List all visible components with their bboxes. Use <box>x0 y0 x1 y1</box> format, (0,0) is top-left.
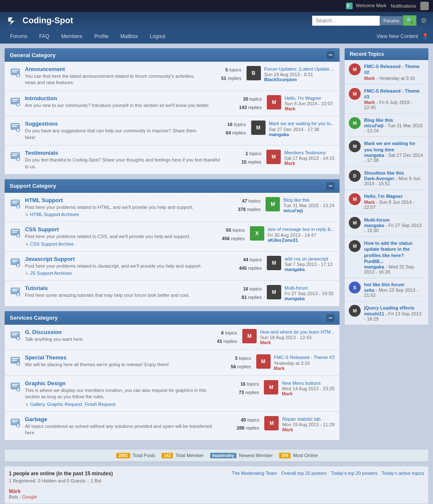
recent-topic-user[interactable]: mangaka <box>364 223 384 228</box>
last-post-title[interactable]: Hello, I'm Wagner <box>285 95 333 101</box>
top20-today-link[interactable]: Today's top 20 posters <box>331 471 378 476</box>
recent-topic-title[interactable]: How to add the status update feature in … <box>364 240 424 264</box>
forum-title[interactable]: Garbage <box>25 416 218 422</box>
last-post-info: FMC-S Released - Theme #2Yesterday at 3:… <box>274 354 334 370</box>
nav-mailbox[interactable]: Mailbox <box>115 29 144 44</box>
forum-sub-link[interactable]: HTML Support Archives <box>30 212 79 217</box>
last-post-title[interactable]: Multi-forum <box>285 285 334 291</box>
last-post-title[interactable]: New Menu buttons <box>282 380 334 386</box>
last-post-title[interactable]: Members Testimony <box>284 150 334 156</box>
forum-desc: Do you have any suggestions that can hel… <box>25 128 205 141</box>
last-post-user[interactable]: Mark <box>284 161 334 166</box>
view-new-content[interactable]: View New Content <box>377 33 419 39</box>
last-post-user[interactable]: Mark <box>260 340 334 345</box>
forum-sub-link[interactable]: Graphic Request <box>47 402 82 407</box>
last-post-title[interactable]: Repair statistic tab. <box>282 416 334 422</box>
last-post-avatar: M <box>251 121 266 135</box>
recent-topic-title[interactable]: FMC-S Released - Theme #3 <box>364 88 424 100</box>
recent-topic-title[interactable]: Shoutbox like this <box>364 170 424 176</box>
last-post-title[interactable]: How and where do you learn HTM... <box>260 329 334 335</box>
recent-topic-title[interactable]: Blog like this <box>364 117 424 123</box>
top20-overall-link[interactable]: Overall top 20 posters <box>281 471 327 476</box>
notifications-link[interactable]: Notifications <box>391 3 416 8</box>
recent-topic-user[interactable]: Mark <box>364 76 375 81</box>
recent-topic-user[interactable]: Dark-Avenger <box>364 176 395 181</box>
recent-topic-user[interactable]: mangaka <box>364 264 384 269</box>
last-post-user[interactable]: Mark <box>282 391 334 396</box>
forum-title[interactable]: Introduction <box>25 95 221 101</box>
forum-title[interactable]: HTML Support <box>25 197 219 203</box>
recent-topic-title[interactable]: Hello, I'm Wagner <box>364 193 424 199</box>
last-post-title[interactable]: Mark we are waiting for you lo... <box>269 121 334 126</box>
last-post-user[interactable]: Mark <box>274 366 334 371</box>
last-post-user[interactable]: mangaka <box>285 296 334 301</box>
recent-topic-avatar: M <box>349 140 361 152</box>
recent-topic-user[interactable]: mioshi11 <box>364 311 384 316</box>
recent-topic-title[interactable]: Mark we are waiting for you long time <box>364 140 424 153</box>
newest-member-badge[interactable]: mastersIvy <box>210 453 236 458</box>
forum-title[interactable]: Tutorials <box>25 285 221 291</box>
last-post-user[interactable]: BlackScorpion <box>264 77 334 82</box>
search-submit-button[interactable]: 🔍 <box>403 15 417 26</box>
last-post-title[interactable]: size of message box in reply &... <box>268 226 334 232</box>
recent-topic-title[interactable]: jQuery Loading effects <box>364 305 424 311</box>
forum-title[interactable]: Testimonials <box>25 150 220 156</box>
forum-sub-link[interactable]: CSS Support Archive <box>30 241 74 247</box>
nav-faq[interactable]: FAQ <box>33 29 55 44</box>
category-collapse[interactable]: − <box>326 182 334 190</box>
last-post-title[interactable]: add css on javascript <box>285 256 332 262</box>
last-post-user[interactable]: mangaka <box>269 132 334 137</box>
forum-sub-link[interactable]: Gallery <box>30 402 44 407</box>
forum-sub-link[interactable]: Finish Request <box>85 402 115 407</box>
forum-title[interactable]: Javascript Support <box>25 256 221 262</box>
forum-title[interactable]: Announcement <box>25 66 200 72</box>
nav-logout[interactable]: Logout <box>144 29 171 44</box>
last-post-info: Multi-forumFri 27 Sep 2013 - 19:30mangak… <box>285 285 334 301</box>
recent-topic-title[interactable]: hot like this forum <box>364 282 424 288</box>
logo-icon <box>6 16 19 26</box>
forum-title[interactable]: Graphic Design <box>25 380 218 386</box>
last-post-user[interactable]: Mark <box>282 427 334 432</box>
google-bot-link[interactable]: Google <box>22 494 37 499</box>
recent-topic-user[interactable]: mangaka <box>364 153 384 158</box>
last-post-user[interactable]: micul'wji <box>283 208 334 213</box>
last-post-title[interactable]: FMC-S Released - Theme #2 <box>274 354 334 360</box>
last-post-user[interactable]: Mark <box>285 106 333 111</box>
nav-profile[interactable]: Profile <box>88 29 115 44</box>
svg-rect-19 <box>12 153 19 154</box>
forum-title[interactable]: CSS Support <box>25 226 204 233</box>
settings-icon[interactable]: ⚙ <box>421 16 427 25</box>
search-input[interactable] <box>312 16 380 26</box>
forum-title[interactable]: G. Discussion <box>25 329 196 335</box>
recent-topic-user[interactable]: Mark <box>364 100 375 105</box>
last-post-avatar: M <box>267 95 281 110</box>
category-collapse[interactable]: − <box>326 51 334 59</box>
recent-topic-user[interactable]: micul'wji <box>364 123 384 128</box>
active-topics-link[interactable]: Today's active topics <box>381 471 424 476</box>
forum-sub-link[interactable]: JS Support Archives <box>30 271 72 276</box>
nav-forums[interactable]: Forums <box>4 29 33 44</box>
moderating-team-link[interactable]: The Moderating Team <box>232 471 277 476</box>
sidebar: Recent Topics MFMC-S Released - Theme #2… <box>344 48 429 445</box>
site-logo[interactable]: Coding-Spot <box>6 16 73 26</box>
online-box: 1 people are online (in the past 15 minu… <box>4 466 429 504</box>
recent-topic-title[interactable]: Multi-forum <box>364 217 424 223</box>
recent-topic-avatar: M <box>349 63 361 75</box>
forum-row: IntroductionAre you new to our community… <box>5 91 340 117</box>
search-scope-button[interactable]: Forums <box>380 16 403 25</box>
recent-topic-title[interactable]: FMC-S Released - Theme #2 <box>364 63 424 76</box>
last-post-user[interactable]: xKillerZone31 <box>268 238 334 243</box>
svg-rect-20 <box>12 155 17 156</box>
last-post-title[interactable]: Forum Updates: (Latest Update.... <box>264 66 334 72</box>
recent-topic-user[interactable]: seka <box>364 288 374 293</box>
nav-members[interactable]: Members <box>55 29 88 44</box>
online-user[interactable]: Mark <box>9 488 21 494</box>
recent-topic-user[interactable]: Mark <box>364 200 375 205</box>
forum-stats: 1 topics15 replies <box>225 150 261 167</box>
bots-line: Bots : Google <box>9 494 424 499</box>
last-post-user[interactable]: mangaka <box>285 267 332 272</box>
category-collapse[interactable]: − <box>326 314 334 322</box>
forum-title[interactable]: Suggestions <box>25 121 205 127</box>
forum-title[interactable]: Special Themes <box>25 354 210 361</box>
last-post-title[interactable]: Blog like this <box>283 197 334 203</box>
